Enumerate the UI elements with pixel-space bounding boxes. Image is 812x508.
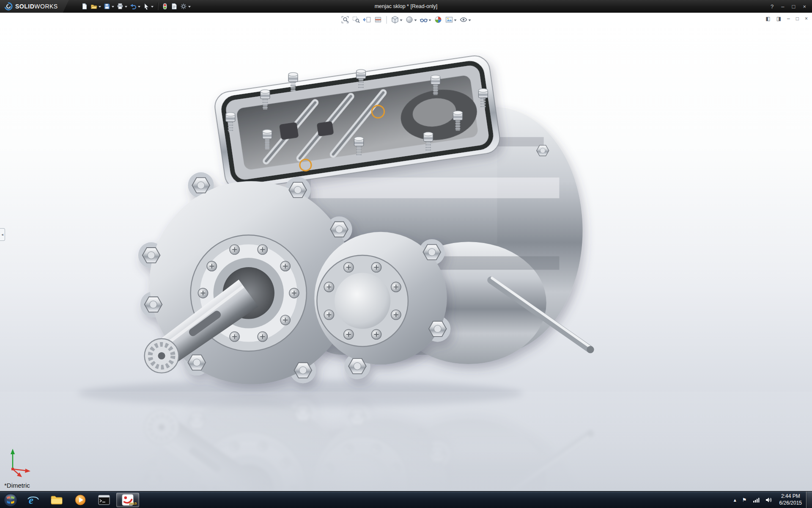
folder-icon	[50, 494, 63, 505]
speaker-icon	[765, 497, 772, 503]
zoom-to-area-icon	[352, 16, 360, 24]
chevron-down-icon	[151, 6, 154, 9]
print-button[interactable]	[115, 2, 129, 11]
taskbar: e	[0, 491, 812, 508]
open-folder-icon	[91, 3, 97, 10]
chevron-down-icon	[188, 6, 191, 9]
options-button[interactable]	[179, 2, 192, 11]
close-button[interactable]: ×	[803, 3, 806, 10]
file-properties-button[interactable]	[170, 2, 179, 11]
toolbar-separator	[157, 3, 158, 10]
clock-date: 6/26/2015	[779, 500, 802, 507]
doc-restore-button[interactable]: □	[796, 16, 799, 22]
logo-text: SOLIDWORKS	[15, 3, 58, 10]
taskbar-item-internet-explorer[interactable]: e	[22, 493, 44, 507]
network-icon[interactable]	[750, 491, 763, 508]
save-button[interactable]	[102, 2, 115, 11]
chevron-down-icon	[469, 19, 471, 22]
scene-photo-icon	[445, 16, 453, 24]
options-gear-icon	[180, 3, 187, 10]
show-desktop-button[interactable]	[806, 491, 812, 508]
headsup-view-toolbar	[340, 15, 472, 25]
restore-button[interactable]: □	[792, 3, 796, 10]
system-tray: ▴ ⚑ 2:44 PM 6/26/2015	[731, 491, 812, 508]
minimize-button[interactable]: –	[781, 3, 784, 10]
zoom-to-fit-icon	[341, 16, 349, 24]
chevron-down-icon	[138, 6, 140, 9]
start-button[interactable]	[0, 491, 21, 508]
zoom-to-fit-button[interactable]	[340, 15, 350, 25]
appearance-ball-icon	[434, 16, 442, 24]
taskbar-item-command-prompt[interactable]	[93, 493, 115, 507]
previous-view-icon	[363, 16, 371, 24]
gearbox-model[interactable]	[138, 54, 594, 384]
edit-appearance-button[interactable]	[433, 15, 443, 25]
network-bars-icon	[753, 497, 760, 503]
zoom-to-area-button[interactable]	[351, 15, 361, 25]
new-document-button[interactable]	[80, 2, 89, 11]
hidden-icons-button[interactable]: ▴	[731, 491, 739, 508]
internet-explorer-icon: e	[27, 494, 39, 506]
solidworks-year-badge: 2015	[129, 502, 137, 505]
chevron-down-icon	[414, 19, 417, 22]
dassault-swirl-icon	[4, 2, 13, 11]
model-canvas[interactable]	[0, 13, 812, 491]
file-properties-icon	[171, 3, 178, 10]
chevron-down-icon	[125, 6, 127, 9]
taskbar-clock[interactable]: 2:44 PM 6/26/2015	[775, 493, 806, 506]
svg-text:e: e	[29, 494, 33, 506]
solidworks-logo: SOLIDWORKS	[0, 0, 69, 13]
window-controls: ? – □ ×	[771, 3, 812, 10]
action-center-flag-icon[interactable]: ⚑	[739, 491, 750, 508]
hide-show-items-button[interactable]	[419, 15, 432, 25]
chevron-down-icon	[112, 6, 114, 9]
doc-minimize-button[interactable]: –	[787, 16, 790, 22]
apply-scene-button[interactable]	[444, 15, 458, 25]
taskbar-item-windows-explorer[interactable]	[45, 493, 68, 507]
section-view-button[interactable]	[373, 15, 383, 25]
media-player-icon	[74, 494, 86, 506]
open-button[interactable]	[89, 2, 102, 11]
save-floppy-icon	[104, 3, 110, 10]
display-style-icon	[406, 16, 414, 24]
glasses-icon	[420, 16, 428, 24]
view-settings-button[interactable]	[459, 15, 472, 25]
chevron-down-icon	[400, 19, 403, 22]
rear-bolt[interactable]	[537, 145, 549, 156]
pane-right-icon[interactable]: ◨	[776, 16, 781, 22]
window-title: menjac sklop * [Read-only]	[375, 3, 438, 9]
rebuild-traffic-light-icon	[162, 3, 168, 10]
help-button[interactable]: ?	[771, 3, 774, 10]
pane-left-icon[interactable]: ◧	[765, 16, 770, 22]
select-button[interactable]	[142, 2, 155, 11]
doc-close-button[interactable]: ×	[805, 16, 808, 22]
reflection-fade	[0, 392, 812, 491]
toolbar-separator	[387, 16, 387, 24]
eye-icon	[460, 16, 468, 24]
section-view-icon	[374, 16, 382, 24]
clock-time: 2:44 PM	[779, 493, 802, 500]
undo-arrow-icon	[130, 3, 137, 10]
chevron-down-icon	[429, 19, 431, 22]
view-orientation-button[interactable]	[390, 15, 403, 25]
taskbar-item-media-player[interactable]	[69, 493, 92, 507]
solidworks-window: SOLIDWORKS	[0, 0, 812, 508]
x-axis-arrow	[25, 469, 30, 473]
graphics-viewport[interactable]: ◧ ◨ – □ × ◂ *Dimetric	[0, 13, 812, 491]
display-style-button[interactable]	[405, 15, 418, 25]
panel-collapse-tab[interactable]: ◂	[0, 228, 5, 241]
command-prompt-icon	[98, 495, 110, 505]
document-window-controls: ◧ ◨ – □ ×	[765, 16, 808, 22]
y-axis-arrow	[11, 449, 15, 454]
volume-icon[interactable]	[763, 491, 775, 508]
previous-view-button[interactable]	[362, 15, 372, 25]
titlebar: SOLIDWORKS	[0, 0, 812, 13]
print-icon	[117, 3, 123, 10]
taskbar-item-solidworks-2015[interactable]: 2015	[116, 493, 139, 507]
view-orientation-label: *Dimetric	[4, 482, 30, 489]
view-orientation-cube-icon	[391, 16, 399, 24]
output-flange[interactable]	[317, 255, 408, 346]
rebuild-button[interactable]	[160, 2, 170, 11]
undo-button[interactable]	[129, 2, 142, 11]
new-document-icon	[81, 3, 88, 10]
